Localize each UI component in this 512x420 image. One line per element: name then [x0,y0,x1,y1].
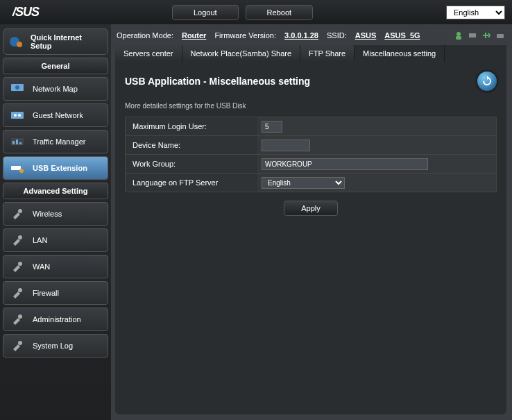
tab-servers-center[interactable]: Servers center [115,45,182,62]
fw-value[interactable]: 3.0.0.1.28 [284,31,318,40]
sidebar-item-wan[interactable]: WAN [3,255,108,278]
ssid2-value[interactable]: ASUS_5G [384,31,420,40]
brand-logo: /SUS [12,5,39,19]
ftp-lang-select[interactable]: English [262,177,345,189]
guest-network-icon [9,108,26,122]
svg-rect-21 [469,33,476,37]
panel-subtitle: More detailed settings for the USB Disk [125,102,497,110]
workgroup-input[interactable] [262,158,428,170]
svg-point-14 [18,235,22,240]
wrench-icon [9,312,26,326]
ssid1-value[interactable]: ASUS [355,31,377,40]
svg-point-1 [17,42,22,47]
reboot-button[interactable]: Reboot [246,5,313,20]
svg-point-12 [19,169,24,173]
tab-misc-setting[interactable]: Miscellaneous setting [355,45,445,62]
quick-internet-setup[interactable]: Quick Internet Setup [3,28,108,55]
tabs: Servers center Network Place(Samba) Shar… [115,45,506,62]
svg-point-5 [14,114,17,117]
sidebar-item-wireless[interactable]: Wireless [3,202,108,226]
sidebar: Quick Internet Setup General Network Map… [0,24,111,420]
tab-samba-share[interactable]: Network Place(Samba) Share [182,45,301,62]
nav-label: Network Map [33,85,78,93]
svg-point-16 [18,288,22,292]
svg-rect-9 [16,140,18,144]
max-login-input[interactable] [262,121,282,133]
nav-label: Guest Network [33,111,83,119]
svg-point-18 [18,341,22,345]
workgroup-label: Work Group: [126,155,257,173]
nav-label: Wireless [33,210,62,218]
svg-point-13 [18,209,22,213]
nav-label: Traffic Manager [33,137,85,146]
device-name-input[interactable] [262,140,310,151]
svg-point-19 [456,32,461,36]
sidebar-item-network-map[interactable]: Network Map [3,77,108,101]
settings-form: Maximum Login User: Device Name: Work Gr… [125,117,497,192]
sidebar-item-system-log[interactable]: System Log [3,334,108,358]
device-name-label: Device Name: [126,136,257,154]
wrench-icon [9,233,26,247]
apply-button[interactable]: Apply [284,201,338,216]
nav-label: Administration [33,315,81,324]
usb-extension-icon [9,161,26,175]
fw-label: Firmware Version: [214,31,276,40]
user-status-icon[interactable] [454,31,463,40]
svg-rect-8 [12,141,15,144]
sidebar-item-lan[interactable]: LAN [3,228,108,252]
svg-point-3 [15,85,19,90]
svg-rect-11 [11,166,21,170]
wrench-icon [9,207,26,221]
svg-rect-20 [456,36,461,40]
opmode-value[interactable]: Router [182,31,206,40]
sidebar-item-traffic-manager[interactable]: Traffic Manager [3,130,108,153]
ftp-lang-label: Language on FTP Server [126,174,257,192]
sidebar-item-guest-network[interactable]: Guest Network [3,103,108,127]
network-map-icon [9,82,26,96]
usb-status-icon[interactable] [481,31,491,40]
quick-setup-label: Quick Internet Setup [31,33,102,50]
wrench-icon [9,286,26,300]
section-advanced: Advanced Setting [3,183,108,199]
wrench-icon [9,339,26,353]
panel: USB Application - Miscellaneous setting … [115,62,506,414]
sidebar-item-firewall[interactable]: Firewall [3,281,108,305]
storage-status-icon[interactable] [495,31,505,40]
nav-label: USB Extension [33,164,87,172]
main-area: Operation Mode: Router Firmware Version:… [111,24,512,420]
opmode-label: Operation Mode: [117,31,173,40]
language-select[interactable]: English [446,6,505,19]
svg-rect-4 [11,112,24,119]
top-bar: /SUS Logout Reboot English [0,0,512,24]
svg-point-6 [18,114,21,117]
ssid-label: SSID: [327,31,347,40]
svg-point-17 [18,314,22,319]
traffic-manager-icon [9,135,26,149]
max-login-label: Maximum Login User: [126,117,257,135]
nav-label: Firewall [33,289,59,297]
globe-gear-icon [9,35,25,49]
svg-rect-22 [497,34,504,38]
nav-label: WAN [33,262,50,271]
panel-title: USB Application - Miscellaneous setting [125,76,310,87]
svg-point-15 [18,262,22,266]
svg-rect-10 [19,142,22,144]
wrench-icon [9,260,26,274]
tab-ftp-share[interactable]: FTP Share [300,45,355,62]
logout-button[interactable]: Logout [172,5,239,20]
nav-label: LAN [33,236,47,244]
sidebar-item-usb-extension[interactable]: USB Extension [3,156,108,180]
refresh-icon[interactable] [477,72,497,91]
nav-label: System Log [33,342,73,350]
sidebar-item-administration[interactable]: Administration [3,308,108,331]
section-general: General [3,58,108,74]
printer-status-icon[interactable] [468,31,477,40]
status-bar: Operation Mode: Router Firmware Version:… [115,28,506,45]
